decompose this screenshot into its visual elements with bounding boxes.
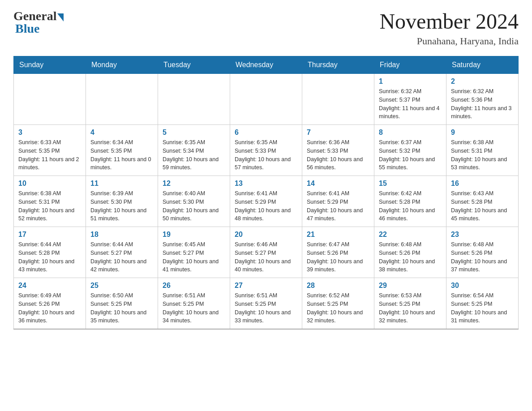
day-info: Sunrise: 6:47 AM Sunset: 5:26 PM Dayligh… (307, 240, 369, 274)
day-number: 1 (379, 77, 442, 86)
calendar-cell: 6Sunrise: 6:35 AM Sunset: 5:33 PM Daylig… (230, 125, 302, 176)
day-number: 14 (307, 180, 369, 188)
day-number: 26 (163, 282, 225, 290)
day-info: Sunrise: 6:51 AM Sunset: 5:25 PM Dayligh… (235, 291, 297, 325)
day-info: Sunrise: 6:42 AM Sunset: 5:28 PM Dayligh… (379, 189, 442, 223)
title-area: November 2024 Punahana, Haryana, India (379, 9, 519, 47)
day-info: Sunrise: 6:44 AM Sunset: 5:27 PM Dayligh… (90, 240, 153, 274)
day-info: Sunrise: 6:51 AM Sunset: 5:25 PM Dayligh… (163, 291, 225, 325)
weekday-header-monday: Monday (86, 56, 158, 74)
day-info: Sunrise: 6:35 AM Sunset: 5:33 PM Dayligh… (235, 138, 297, 172)
day-number: 28 (307, 282, 369, 290)
calendar-week-2: 3Sunrise: 6:33 AM Sunset: 5:35 PM Daylig… (14, 125, 519, 176)
calendar-cell: 17Sunrise: 6:44 AM Sunset: 5:28 PM Dayli… (14, 227, 86, 278)
calendar-cell: 1Sunrise: 6:32 AM Sunset: 5:37 PM Daylig… (374, 74, 446, 125)
calendar-cell: 10Sunrise: 6:38 AM Sunset: 5:31 PM Dayli… (14, 176, 86, 227)
day-number: 4 (90, 128, 153, 137)
month-title: November 2024 (379, 9, 519, 34)
calendar-cell: 3Sunrise: 6:33 AM Sunset: 5:35 PM Daylig… (14, 125, 86, 176)
day-info: Sunrise: 6:34 AM Sunset: 5:35 PM Dayligh… (90, 138, 153, 172)
calendar-table: SundayMondayTuesdayWednesdayThursdayFrid… (13, 56, 519, 330)
day-info: Sunrise: 6:45 AM Sunset: 5:27 PM Dayligh… (163, 240, 225, 274)
day-number: 20 (235, 231, 297, 239)
day-info: Sunrise: 6:49 AM Sunset: 5:26 PM Dayligh… (18, 291, 81, 325)
day-number: 24 (18, 282, 81, 290)
calendar-week-5: 24Sunrise: 6:49 AM Sunset: 5:26 PM Dayli… (14, 278, 519, 330)
calendar-cell: 21Sunrise: 6:47 AM Sunset: 5:26 PM Dayli… (302, 227, 374, 278)
calendar-week-3: 10Sunrise: 6:38 AM Sunset: 5:31 PM Dayli… (14, 176, 519, 227)
calendar-cell (14, 74, 86, 125)
day-number: 30 (451, 282, 514, 290)
day-info: Sunrise: 6:46 AM Sunset: 5:27 PM Dayligh… (235, 240, 297, 274)
calendar-cell: 4Sunrise: 6:34 AM Sunset: 5:35 PM Daylig… (86, 125, 158, 176)
calendar-cell: 20Sunrise: 6:46 AM Sunset: 5:27 PM Dayli… (230, 227, 302, 278)
day-number: 3 (18, 128, 81, 137)
location-text: Punahana, Haryana, India (379, 35, 519, 47)
calendar-cell: 22Sunrise: 6:48 AM Sunset: 5:26 PM Dayli… (374, 227, 446, 278)
calendar-cell: 13Sunrise: 6:41 AM Sunset: 5:29 PM Dayli… (230, 176, 302, 227)
day-number: 29 (379, 282, 442, 290)
day-number: 16 (451, 180, 514, 188)
day-info: Sunrise: 6:38 AM Sunset: 5:31 PM Dayligh… (18, 189, 81, 223)
day-number: 9 (451, 128, 514, 137)
day-number: 22 (379, 231, 442, 239)
weekday-header-sunday: Sunday (14, 56, 86, 74)
calendar-cell: 26Sunrise: 6:51 AM Sunset: 5:25 PM Dayli… (158, 278, 230, 330)
day-number: 11 (90, 180, 153, 188)
calendar-week-4: 17Sunrise: 6:44 AM Sunset: 5:28 PM Dayli… (14, 227, 519, 278)
day-number: 25 (90, 282, 153, 290)
calendar-cell: 2Sunrise: 6:32 AM Sunset: 5:36 PM Daylig… (446, 74, 519, 125)
calendar-cell: 28Sunrise: 6:52 AM Sunset: 5:25 PM Dayli… (302, 278, 374, 330)
calendar-cell (230, 74, 302, 125)
day-number: 18 (90, 231, 153, 239)
day-number: 10 (18, 180, 81, 188)
day-info: Sunrise: 6:38 AM Sunset: 5:31 PM Dayligh… (451, 138, 514, 172)
calendar-cell: 24Sunrise: 6:49 AM Sunset: 5:26 PM Dayli… (14, 278, 86, 330)
calendar-cell: 18Sunrise: 6:44 AM Sunset: 5:27 PM Dayli… (86, 227, 158, 278)
day-info: Sunrise: 6:44 AM Sunset: 5:28 PM Dayligh… (18, 240, 81, 274)
calendar-cell: 27Sunrise: 6:51 AM Sunset: 5:25 PM Dayli… (230, 278, 302, 330)
calendar-cell: 9Sunrise: 6:38 AM Sunset: 5:31 PM Daylig… (446, 125, 519, 176)
calendar-cell: 19Sunrise: 6:45 AM Sunset: 5:27 PM Dayli… (158, 227, 230, 278)
day-number: 21 (307, 231, 369, 239)
calendar-cell: 30Sunrise: 6:54 AM Sunset: 5:25 PM Dayli… (446, 278, 519, 330)
day-number: 23 (451, 231, 514, 239)
day-info: Sunrise: 6:53 AM Sunset: 5:25 PM Dayligh… (379, 291, 442, 325)
day-number: 27 (235, 282, 297, 290)
day-number: 19 (163, 231, 225, 239)
day-info: Sunrise: 6:52 AM Sunset: 5:25 PM Dayligh… (307, 291, 369, 325)
calendar-header-row: SundayMondayTuesdayWednesdayThursdayFrid… (14, 56, 519, 74)
day-info: Sunrise: 6:41 AM Sunset: 5:29 PM Dayligh… (235, 189, 297, 223)
calendar-cell: 14Sunrise: 6:41 AM Sunset: 5:29 PM Dayli… (302, 176, 374, 227)
calendar-cell: 16Sunrise: 6:43 AM Sunset: 5:28 PM Dayli… (446, 176, 519, 227)
calendar-cell (302, 74, 374, 125)
logo-blue-text: Blue (13, 21, 39, 36)
page-header: General Blue November 2024 Punahana, Har… (13, 9, 519, 47)
calendar-cell: 5Sunrise: 6:35 AM Sunset: 5:34 PM Daylig… (158, 125, 230, 176)
day-info: Sunrise: 6:33 AM Sunset: 5:35 PM Dayligh… (18, 138, 81, 172)
weekday-header-friday: Friday (374, 56, 446, 74)
weekday-header-saturday: Saturday (446, 56, 519, 74)
weekday-header-tuesday: Tuesday (158, 56, 230, 74)
day-info: Sunrise: 6:43 AM Sunset: 5:28 PM Dayligh… (451, 189, 514, 223)
day-number: 15 (379, 180, 442, 188)
day-number: 12 (163, 180, 225, 188)
day-number: 5 (163, 128, 225, 137)
day-info: Sunrise: 6:48 AM Sunset: 5:26 PM Dayligh… (379, 240, 442, 274)
calendar-cell: 12Sunrise: 6:40 AM Sunset: 5:30 PM Dayli… (158, 176, 230, 227)
calendar-cell: 11Sunrise: 6:39 AM Sunset: 5:30 PM Dayli… (86, 176, 158, 227)
weekday-header-wednesday: Wednesday (230, 56, 302, 74)
day-info: Sunrise: 6:50 AM Sunset: 5:25 PM Dayligh… (90, 291, 153, 325)
day-info: Sunrise: 6:39 AM Sunset: 5:30 PM Dayligh… (90, 189, 153, 223)
day-info: Sunrise: 6:37 AM Sunset: 5:32 PM Dayligh… (379, 138, 442, 172)
day-number: 2 (451, 77, 514, 86)
day-info: Sunrise: 6:32 AM Sunset: 5:37 PM Dayligh… (379, 87, 442, 121)
day-info: Sunrise: 6:54 AM Sunset: 5:25 PM Dayligh… (451, 291, 514, 325)
calendar-cell: 23Sunrise: 6:48 AM Sunset: 5:26 PM Dayli… (446, 227, 519, 278)
calendar-cell: 7Sunrise: 6:36 AM Sunset: 5:33 PM Daylig… (302, 125, 374, 176)
logo-arrow-icon (57, 13, 64, 21)
day-info: Sunrise: 6:48 AM Sunset: 5:26 PM Dayligh… (451, 240, 514, 274)
calendar-cell (86, 74, 158, 125)
calendar-cell: 25Sunrise: 6:50 AM Sunset: 5:25 PM Dayli… (86, 278, 158, 330)
calendar-week-1: 1Sunrise: 6:32 AM Sunset: 5:37 PM Daylig… (14, 74, 519, 125)
